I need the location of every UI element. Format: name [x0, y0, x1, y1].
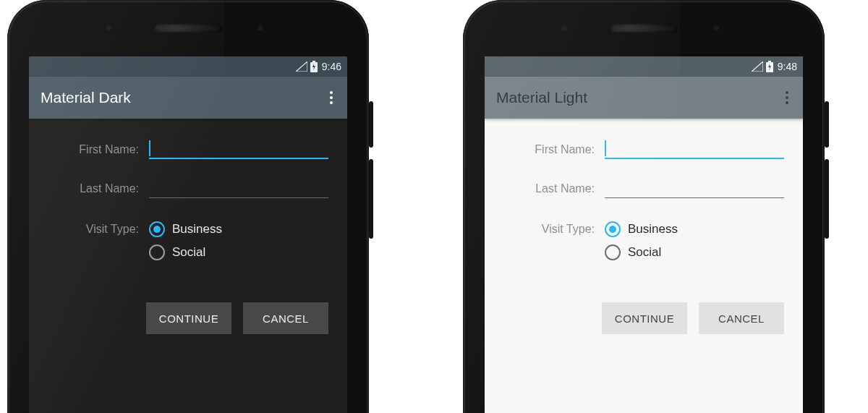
- row-visit-type: Visit Type: Business Social: [503, 221, 784, 260]
- battery-charging-icon: [766, 61, 773, 72]
- last-name-input[interactable]: [149, 195, 328, 198]
- app-title: Material Dark: [41, 89, 131, 106]
- continue-button[interactable]: CONTINUE: [146, 302, 231, 334]
- row-first-name: First Name:: [503, 139, 784, 159]
- continue-button[interactable]: CONTINUE: [602, 302, 687, 334]
- app-bar: Material Light: [485, 77, 803, 119]
- status-clock: 9:46: [322, 61, 341, 72]
- app-bar: Material Dark: [29, 77, 347, 119]
- row-last-name: Last Name:: [48, 182, 328, 198]
- radio-checked-icon: [149, 221, 165, 237]
- visit-type-label: Visit Type:: [48, 221, 149, 236]
- cancel-button[interactable]: CANCEL: [699, 302, 784, 334]
- battery-charging-icon: [310, 61, 318, 72]
- radio-social-label: Social: [172, 245, 205, 260]
- sensor-left: [105, 25, 112, 32]
- last-name-label: Last Name:: [503, 182, 605, 198]
- button-row: CONTINUE CANCEL: [485, 276, 803, 334]
- row-last-name: Last Name:: [503, 182, 784, 198]
- first-name-input[interactable]: [149, 139, 328, 159]
- earpiece: [610, 24, 678, 33]
- screen-light: 9:48 Material Light First Name: Last Nam…: [485, 56, 803, 413]
- power-button[interactable]: [369, 101, 373, 148]
- status-bar: 9:48: [485, 56, 803, 77]
- overflow-menu-icon[interactable]: [327, 85, 336, 110]
- radio-business-label: Business: [628, 222, 678, 237]
- text-cursor-icon: [605, 140, 606, 156]
- earpiece: [154, 24, 222, 33]
- sensor-right: [712, 25, 720, 32]
- app-title: Material Light: [496, 89, 587, 106]
- row-visit-type: Visit Type: Business Social: [48, 221, 328, 260]
- visit-type-radio-group: Business Social: [605, 221, 784, 260]
- status-bar: 9:46: [29, 56, 347, 77]
- cancel-button[interactable]: CANCEL: [243, 302, 328, 334]
- volume-rocker[interactable]: [825, 159, 829, 239]
- signal-icon: [752, 61, 763, 72]
- svg-rect-1: [312, 61, 315, 62]
- last-name-label: Last Name:: [48, 182, 149, 198]
- radio-unchecked-icon: [149, 244, 165, 260]
- last-name-input[interactable]: [605, 195, 784, 198]
- form: First Name: Last Name: Visit Type: Busin…: [485, 119, 803, 260]
- form: First Name: Last Name: Visit Type: Busin…: [29, 119, 347, 260]
- first-name-label: First Name:: [48, 143, 149, 159]
- visit-type-radio-group: Business Social: [149, 221, 328, 260]
- radio-business[interactable]: Business: [605, 221, 784, 237]
- phone-frame-dark: 9:46 Material Dark First Name: Last Name…: [7, 0, 369, 413]
- radio-business[interactable]: Business: [149, 221, 328, 237]
- signal-icon: [296, 61, 307, 72]
- phone-frame-light: 9:48 Material Light First Name: Last Nam…: [463, 0, 825, 413]
- row-first-name: First Name:: [48, 139, 328, 159]
- svg-rect-3: [768, 61, 771, 62]
- status-clock: 9:48: [778, 61, 797, 72]
- sensor-right: [257, 25, 264, 32]
- radio-social-label: Social: [628, 245, 661, 260]
- power-button[interactable]: [825, 101, 829, 148]
- sensor-left: [561, 25, 568, 32]
- radio-unchecked-icon: [605, 244, 621, 260]
- radio-business-label: Business: [172, 222, 222, 237]
- first-name-label: First Name:: [503, 143, 605, 159]
- first-name-input[interactable]: [605, 139, 784, 159]
- radio-social[interactable]: Social: [605, 244, 784, 260]
- overflow-menu-icon[interactable]: [783, 85, 791, 110]
- screen-dark: 9:46 Material Dark First Name: Last Name…: [29, 56, 347, 413]
- button-row: CONTINUE CANCEL: [29, 276, 347, 334]
- volume-rocker[interactable]: [369, 159, 373, 239]
- visit-type-label: Visit Type:: [503, 221, 605, 236]
- radio-checked-icon: [605, 221, 621, 237]
- text-cursor-icon: [149, 140, 150, 156]
- radio-social[interactable]: Social: [149, 244, 328, 260]
